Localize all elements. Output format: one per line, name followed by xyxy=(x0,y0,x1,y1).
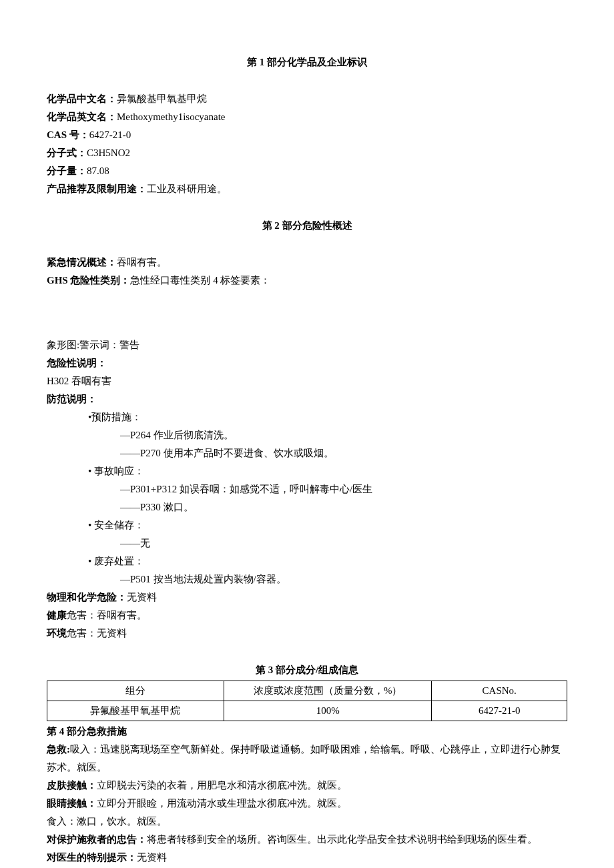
phys-line: 物理和化学危险：无资料 xyxy=(47,588,567,606)
cas-label: CAS 号： xyxy=(47,129,89,140)
cn-label: 化学品中文名： xyxy=(47,93,117,104)
use-line: 产品推荐及限制用途：工业及科研用途。 xyxy=(47,180,567,198)
ghs-value: 急性经口毒性类别 4 标签要素： xyxy=(130,275,270,286)
emergency-label: 紧急情况概述： xyxy=(47,257,117,268)
ghs-line: GHS 危险性类别：急性经口毒性类别 4 标签要素： xyxy=(47,272,567,290)
p501: —P501 按当地法规处置内装物/容器。 xyxy=(120,570,567,588)
health-label: 健康 xyxy=(47,610,67,620)
inhale-value: 吸入：迅速脱离现场至空气新鲜处。保持呼吸道通畅。如呼吸困难，给输氧。呼吸、心跳停… xyxy=(47,744,561,773)
p270: ——P270 使用本产品时不要进食、饮水或吸烟。 xyxy=(120,444,567,462)
p264: —P264 作业后彻底清洗。 xyxy=(120,426,567,444)
hazard-stmt-label: 危险性说明： xyxy=(47,354,567,372)
section4-title: 第 4 部分急救措施 xyxy=(47,723,567,741)
formula-label: 分子式： xyxy=(47,147,87,158)
phys-label: 物理和化学危险： xyxy=(47,592,127,602)
env-line: 环境危害：无资料 xyxy=(47,624,567,642)
th-component: 组分 xyxy=(47,681,224,701)
rescuer-label: 对保护施救者的忠告： xyxy=(47,834,147,845)
h302: H302 吞咽有害 xyxy=(47,372,567,390)
ghs-label: GHS 危险性类别： xyxy=(47,275,130,286)
td-concentration: 100% xyxy=(224,701,432,721)
formula-value: C3H5NO2 xyxy=(87,147,130,158)
eye-label: 眼睛接触： xyxy=(47,798,97,809)
rescuer-value: 将患者转移到安全的场所。咨询医生。出示此化学品安全技术说明书给到现场的医生看。 xyxy=(147,834,537,845)
en-value: Methoxymethy1isocyanate xyxy=(117,111,225,122)
emergency-value: 吞咽有害。 xyxy=(117,257,167,268)
aid-inhale: 急救:吸入：迅速脱离现场至空气新鲜处。保持呼吸道通畅。如呼吸困难，给输氧。呼吸、… xyxy=(47,741,567,777)
skin-line: 皮肤接触：立即脱去污染的衣着，用肥皂水和清水彻底冲洗。就医。 xyxy=(47,777,567,795)
use-label: 产品推荐及限制用途： xyxy=(47,183,147,194)
aid-label: 急救: xyxy=(47,744,70,755)
disposal-header: • 废弃处置： xyxy=(88,552,567,570)
doctor-value: 无资料 xyxy=(137,852,167,863)
mw-line: 分子量：87.08 xyxy=(47,162,567,180)
env-value: 无资料 xyxy=(97,628,127,638)
prevent-header: •预防措施： xyxy=(88,408,567,426)
eye-line: 眼睛接触：立即分开眼睑，用流动清水或生理盐水彻底冲洗。就医。 xyxy=(47,795,567,813)
eye-value: 立即分开眼睑，用流动清水或生理盐水彻底冲洗。就医。 xyxy=(97,798,347,809)
phys-value: 无资料 xyxy=(127,592,157,602)
th-casno: CASNo. xyxy=(432,681,567,701)
use-value: 工业及科研用途。 xyxy=(147,183,227,194)
accident-header: • 事故响应： xyxy=(88,462,567,480)
storage-header: • 安全储存： xyxy=(88,516,567,534)
td-casno: 6427-21-0 xyxy=(432,701,567,721)
mw-label: 分子量： xyxy=(47,165,87,176)
skin-label: 皮肤接触： xyxy=(47,780,97,791)
doctor-line: 对医生的特别提示：无资料 xyxy=(47,849,567,867)
skin-value: 立即脱去污染的衣着，用肥皂水和清水彻底冲洗。就医。 xyxy=(97,780,347,791)
emergency-line: 紧急情况概述：吞咽有害。 xyxy=(47,254,567,272)
env-label: 环境 xyxy=(47,628,67,638)
precaution-label: 防范说明： xyxy=(47,390,567,408)
mw-value: 87.08 xyxy=(87,165,109,176)
pictogram-line: 象形图:警示词：警告 xyxy=(47,336,567,354)
section3-title: 第 3 部分成分/组成信息 xyxy=(47,661,567,679)
composition-table: 组分 浓度或浓度范围（质量分数，%） CASNo. 异氟酸基甲氧基甲烷 100%… xyxy=(47,681,567,721)
storage-none: ——无 xyxy=(120,534,567,552)
table-row: 异氟酸基甲氧基甲烷 100% 6427-21-0 xyxy=(47,701,567,721)
cas-value: 6427-21-0 xyxy=(89,129,131,140)
formula-line: 分子式：C3H5NO2 xyxy=(47,144,567,162)
table-header-row: 组分 浓度或浓度范围（质量分数，%） CASNo. xyxy=(47,681,567,701)
cn-value: 异氯酸基甲氧基甲烷 xyxy=(117,93,207,104)
health-mid: 危害： xyxy=(67,610,97,620)
en-label: 化学品英文名： xyxy=(47,111,117,122)
health-line: 健康危害：吞咽有害。 xyxy=(47,606,567,624)
td-component: 异氟酸基甲氧基甲烷 xyxy=(47,701,224,721)
p330: ——P330 漱口。 xyxy=(120,498,567,516)
chem-cn-name: 化学品中文名：异氯酸基甲氧基甲烷 xyxy=(47,90,567,108)
cas-line: CAS 号：6427-21-0 xyxy=(47,126,567,144)
env-mid: 危害： xyxy=(67,628,97,638)
section2-title: 第 2 部分危险性概述 xyxy=(47,217,567,235)
chem-en-name: 化学品英文名：Methoxymethy1isocyanate xyxy=(47,108,567,126)
rescuer-line: 对保护施救者的忠告：将患者转移到安全的场所。咨询医生。出示此化学品安全技术说明书… xyxy=(47,831,567,849)
ingest-line: 食入：漱口，饮水。就医。 xyxy=(47,813,567,831)
section1-title: 第 1 部分化学品及企业标识 xyxy=(47,53,567,71)
p301: —P301+P312 如误吞咽：如感觉不适，呼叫解毒中心/医生 xyxy=(120,480,567,498)
th-concentration: 浓度或浓度范围（质量分数，%） xyxy=(224,681,432,701)
doctor-label: 对医生的特别提示： xyxy=(47,852,137,863)
health-value: 吞咽有害。 xyxy=(97,610,147,620)
